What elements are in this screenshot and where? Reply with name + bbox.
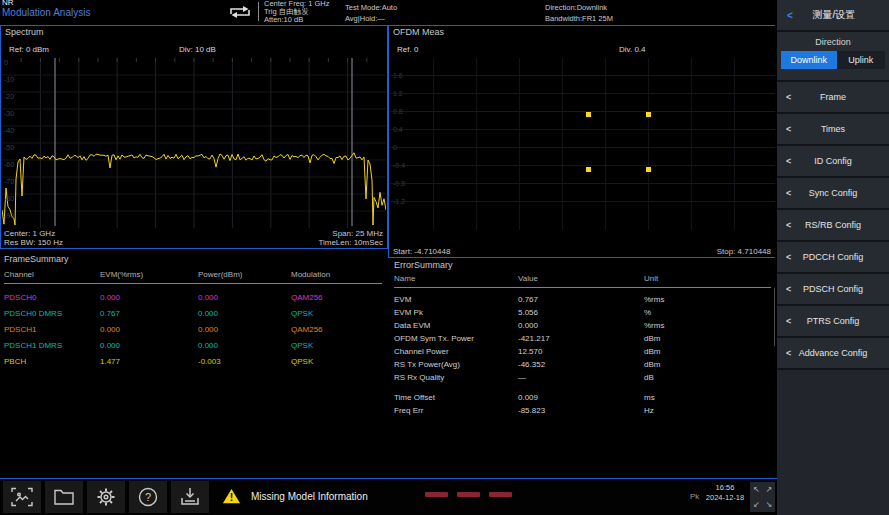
frame-summary-section: FrameSummary Channel EVM(%rms) Power(dBm… [0,252,388,477]
cell: dBm [644,347,771,356]
col-evm: EVM(%rms) [100,270,198,279]
downlink-button[interactable]: Downlink [781,51,837,69]
frame-summary-row: PDSCH00.0000.000QAM256 [4,286,382,302]
constellation-gridline [390,93,776,94]
sidebar-item-frame[interactable]: <Frame [777,82,889,114]
chevron-left-icon: < [786,156,791,166]
error-summary-row: RS Rx Quality—dB [394,369,771,382]
diagonal-arrow-icon: ↙ [753,501,760,509]
sidebar-item-label: RS/RB Config [805,220,861,230]
col-power: Power(dBm) [198,270,291,279]
io-arrows-button[interactable]: ↖↗↙↘ [750,482,775,512]
help-icon: ? [136,485,160,509]
cell: Data EVM [394,321,518,330]
cell: EVM Pk [394,308,518,317]
cell: QAM256 [291,293,382,302]
status-dash [457,492,480,497]
spectrum-span: Span: 25 MHz [318,229,383,238]
settings-button[interactable] [87,481,125,513]
topbar-divider [258,2,259,21]
spectrum-res-bw: Res BW: 150 Hz [4,238,63,247]
help-button[interactable]: ? [129,481,167,513]
error-summary-row: EVM Pk5.056% [394,304,771,317]
measurement-title: Modulation Analysis [2,7,90,19]
direction-block-readout: Direction:Downlink Bandwidth:FR1 25M [545,2,613,24]
constellation-y-tick-label: 0.8 [393,108,413,115]
test-mode-readout: Test Mode:Auto [345,2,397,13]
constellation-point [646,167,651,172]
sidebar-item-pdsch-config[interactable]: <PDSCH Config [777,274,889,306]
col-modulation: Modulation [291,270,382,279]
col-unit: Unit [644,274,771,283]
frame-summary-header: Channel EVM(%rms) Power(dBm) Modulation [4,270,382,284]
sidebar-title: 测量/设置 [793,8,875,22]
frame-summary-rows: PDSCH00.0000.000QAM256PDSCH0 DMRS0.7670.… [4,286,382,366]
direction-setting: Direction Downlink Uplink [777,32,889,82]
cell: 0.000 [198,341,291,350]
frame-summary-row: PBCH1.477-0.003QPSK [4,350,382,366]
folder-icon [52,485,76,509]
constellation-gridline [691,58,692,230]
spectrum-title: Spectrum [5,27,44,37]
warning-text: Missing Model Information [251,491,368,502]
ofdm-meas-panel: OFDM Meas Ref. 0 Div. 0.4 1.61.20.80.40-… [388,25,777,258]
sidebar-item-times[interactable]: <Times [777,114,889,146]
constellation-gridline [519,58,520,230]
constellation-point [586,112,591,117]
spectrum-div-level: Div: 10 dB [179,45,216,54]
col-value: Value [518,274,644,283]
uplink-button[interactable]: Uplink [837,51,885,69]
sidebar-item-addvance-config[interactable]: <Addvance Config [777,338,889,370]
cell: -46.352 [518,360,644,369]
cell: -421.217 [518,334,644,343]
status-dash [425,492,448,497]
toolbar-buttons: ? [3,481,213,513]
constellation-y-tick-label: 1.2 [393,90,413,97]
ofdm-div-level: Div. 0.4 [619,45,646,54]
chevron-left-icon: < [786,284,791,294]
cell: %rms [644,295,771,304]
constellation-y-tick-label: -0.8 [393,180,413,187]
atten-readout: Atten:10 dB [264,16,329,24]
save-icon [178,485,202,509]
spectrum-footer-right: Span: 25 MHz TimeLen: 10mSec [318,229,383,247]
continuous-sweep-icon[interactable] [228,5,252,19]
cell: 0.000 [100,325,198,334]
cell: 0.009 [518,393,644,402]
screenshot-button[interactable] [3,481,41,513]
spectrum-y-tick-label: -10 [4,76,22,83]
chevron-left-icon: < [786,252,791,262]
gear-icon [94,485,118,509]
constellation-gridline [390,75,776,76]
error-summary-row: Channel Power12.570dBm [394,343,771,356]
spectrum-timelen: TimeLen: 10mSec [318,238,383,247]
bottom-toolbar: ? ! Missing Model Information [0,478,777,515]
cell: 0.000 [198,309,291,318]
sidebar-header[interactable]: < 测量/设置 [777,0,889,32]
warning-icon: ! [222,487,241,505]
sidebar-item-id-config[interactable]: <ID Config [777,146,889,178]
sidebar-item-ptrs-config[interactable]: <PTRS Config [777,306,889,338]
constellation-gridline [390,129,776,130]
cell: 0.000 [100,293,198,302]
cell: -85.823 [518,406,644,415]
save-button[interactable] [171,481,209,513]
frame-summary-row: PDSCH1 DMRS0.0000.000QPSK [4,334,382,350]
freq-readout-block: Center Freq: 1 GHz Trig 自由触发 Atten:10 dB [264,0,329,24]
analyzer-screen: NR Modulation Analysis Center Freq: 1 GH… [0,0,889,515]
cell: PDSCH0 DMRS [4,309,100,318]
sidebar-item-sync-config[interactable]: <Sync Config [777,178,889,210]
constellation-gridline [390,165,776,166]
constellation-gridline [648,58,649,230]
diagonal-arrow-icon: ↘ [765,501,772,509]
constellation-y-tick-label: -1.2 [393,198,413,205]
spectrum-y-tick-label: -70 [4,178,22,185]
sidebar-item-rs-rb-config[interactable]: <RS/RB Config [777,210,889,242]
cell: EVM [394,295,518,304]
testmode-block: Test Mode:Auto Avg|Hold:— [345,2,397,24]
cell: Hz [644,406,771,415]
sidebar-item-pdcch-config[interactable]: <PDCCH Config [777,242,889,274]
file-button[interactable] [45,481,83,513]
error-summary-row: OFDM Sym Tx. Power-421.217dBm [394,330,771,343]
cell: ms [644,393,771,402]
